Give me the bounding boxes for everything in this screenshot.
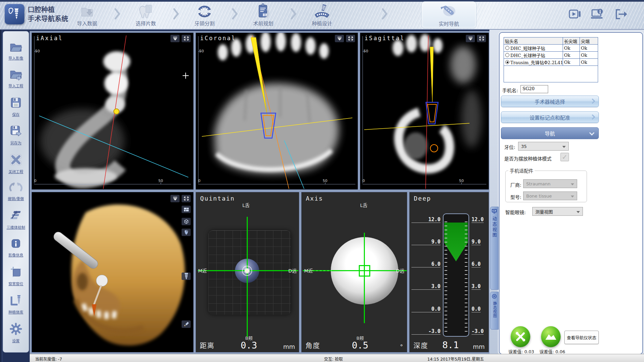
status-bar: 当前灰度值: -7 交互: 拾取 14:15 2017年5月19日,星期五 [30, 354, 644, 362]
layout-collapse-button[interactable] [466, 35, 475, 42]
sidebar-item-implant-library[interactable]: 种植体库 [8, 294, 24, 315]
target-center-dot [245, 268, 249, 273]
distance-unit: mm [283, 343, 295, 350]
crosshair-plus-icon[interactable] [183, 73, 189, 79]
exit-button[interactable] [614, 7, 628, 21]
workflow-separator-chevron [381, 8, 387, 21]
fullscreen-expand-button[interactable] [346, 35, 355, 42]
sidebar-item-import-image[interactable]: 导入影像 [8, 41, 24, 61]
settings-icon [9, 322, 22, 337]
sidebar-item-import-project[interactable]: 导入工程 [8, 68, 24, 88]
layout-collapse-button[interactable] [170, 35, 180, 42]
layout-collapse-button[interactable] [335, 35, 344, 42]
import-data-icon [79, 1, 95, 19]
workflow-step-label: 导入数据 [77, 20, 97, 27]
interaction-status: 交互: 拾取 [324, 356, 343, 362]
sidebar-item-image-info[interactable]: 影像信息 [8, 237, 24, 258]
tooth-shield-button[interactable] [182, 229, 191, 236]
system-info-button[interactable] [590, 7, 605, 21]
fullscreen-expand-button[interactable] [477, 35, 486, 42]
sagittal-viewport[interactable]: iSagittal 50 0 50 [359, 32, 489, 190]
drill-table-row[interactable]: DHC_短球种子钻 Ok Ok [504, 45, 598, 52]
workflow-step-jaw-segmentation[interactable]: 牙颌分割 [179, 1, 230, 28]
handpiece-adapter-group: 手机适配件 厂商: 型号: Straumann Bone tissue [505, 167, 587, 202]
workflow-step-preop-planning[interactable]: 术前规划 [238, 1, 289, 28]
coronal-viewport[interactable]: iCoronal 50 0 50 [195, 32, 358, 190]
static-view-tab[interactable]: 静态视图 [490, 292, 499, 330]
sidebar-item-label: 三维体绘制 [6, 224, 25, 230]
quintain-panel-title: Quintain [200, 195, 235, 202]
sagittal-viewport-title: iSagittal [365, 35, 405, 42]
axis-panel-title: Axis [306, 195, 323, 202]
gauge-ticks-right [465, 222, 467, 334]
workflow-step-implant-design[interactable]: 种植设计 [297, 1, 347, 28]
implant-mode-checkbox[interactable]: ✓ [560, 153, 569, 161]
fullscreen-expand-button[interactable] [182, 35, 191, 42]
drill-name-header: 钻头名 [504, 37, 563, 44]
drill-table-row[interactable]: Trausim_先锋钻Φ2.2L41 Ok Ok [504, 59, 598, 66]
workflow-step-select-slices[interactable]: 选择片数 [120, 1, 171, 28]
cube-view-button[interactable] [182, 218, 191, 225]
deep-depth-panel: Deep 12.0 9.0 6.0 3.0 0.0 -3.0 12.0 9.0 … [409, 191, 489, 353]
preop-planning-icon [256, 1, 271, 19]
mountain-icon [545, 333, 557, 340]
sidebar-item-label: 影像信息 [8, 252, 23, 258]
drill-radio[interactable] [505, 46, 509, 50]
depth-metric-label: 深度 [413, 340, 428, 350]
sidebar-item-label: 导入工程 [8, 83, 23, 88]
lingual-direction-label: L舌 [360, 202, 368, 208]
sidebar-item-label: 种植体库 [8, 309, 23, 315]
navigation-section-header[interactable]: 导航 [501, 127, 599, 139]
multi-pane-layout-button[interactable] [182, 206, 191, 213]
model-select[interactable]: Bone tissue [523, 191, 577, 200]
axial-ruler-vertical [34, 36, 34, 183]
registration-check-button[interactable] [541, 326, 561, 347]
sidebar-item-undo-redo[interactable]: 撤销/重做 [7, 182, 25, 201]
pencil-annotate-button[interactable] [182, 320, 191, 328]
depth-scale-label: 0.0 [472, 306, 481, 312]
axial-viewport[interactable]: iAxial 50 0 50 [31, 32, 194, 190]
instrument-select-button[interactable]: 手术器械选择 [501, 96, 599, 107]
sidebar-item-save-as[interactable]: 另存为 [9, 125, 22, 146]
workflow-step-realtime-navigation[interactable]: 实时导航 [421, 1, 477, 28]
smart-glasses-select[interactable]: 测量视图 [532, 207, 583, 216]
chevron-down-icon [589, 130, 595, 136]
ruler-mark: 50 [323, 179, 327, 183]
deep-panel-title: Deep [414, 195, 431, 202]
sidebar-item-volume-render[interactable]: 三维体绘制 [6, 209, 26, 230]
axial-ct-image [32, 33, 193, 189]
sidebar-item-settings[interactable]: 设置 [9, 322, 22, 343]
navigator-status-button[interactable]: 查看导航仪状态 [564, 331, 599, 344]
marker-registration-button[interactable]: 设置标记点和配准 [501, 111, 599, 123]
handpiece-name-input[interactable]: SG20 [520, 85, 548, 93]
axial-viewport-title: iAxial [36, 35, 63, 42]
tooth-position-select[interactable]: 35 [518, 142, 569, 151]
sidebar-item-save[interactable]: 保存 [9, 96, 22, 117]
calibration-tool-button[interactable] [511, 326, 530, 347]
depth-scale-label: 9.0 [472, 239, 481, 245]
depth-scale-label: 3.0 [411, 283, 440, 290]
depth-scale-label: 12.0 [411, 216, 440, 223]
vendor-select[interactable]: Straumann [523, 179, 577, 188]
video-record-button[interactable] [568, 7, 583, 21]
drill-radio[interactable] [505, 60, 509, 64]
layout-collapse-button[interactable] [170, 195, 180, 202]
tip-status: Ok [580, 45, 598, 51]
sidebar-item-close-project[interactable]: 关闭工程 [8, 153, 24, 174]
dropdown-caret-icon [562, 146, 566, 148]
dropdown-caret-icon [571, 196, 574, 198]
fullscreen-expand-button[interactable] [182, 195, 191, 202]
angle-readout: 角度 B颊 0.5 ° [301, 331, 407, 350]
undo-redo-icon [7, 182, 25, 195]
volume-3d-viewport[interactable] [31, 191, 194, 353]
drill-radio[interactable] [505, 53, 509, 57]
implant-tool-button[interactable] [182, 273, 191, 280]
sidebar-item-window-level[interactable]: 窗宽窗位 [8, 265, 24, 286]
drill-table-row[interactable]: DHC_长球种子钻 Ok Ok [504, 52, 598, 59]
depth-scale-label: 6.0 [472, 261, 481, 267]
drill-table[interactable]: 钻头名 长尖端 尖端 DHC_短球种子钻 Ok Ok DHC_长球种子钻 Ok … [504, 37, 598, 82]
workflow-step-import-data[interactable]: 导入数据 [62, 1, 112, 28]
dynamic-view-tab[interactable]: 动态视图 [490, 207, 499, 290]
workflow-step-label: 术前规划 [253, 20, 273, 27]
drill-name: Trausim_先锋钻Φ2.2L41 [510, 59, 563, 66]
